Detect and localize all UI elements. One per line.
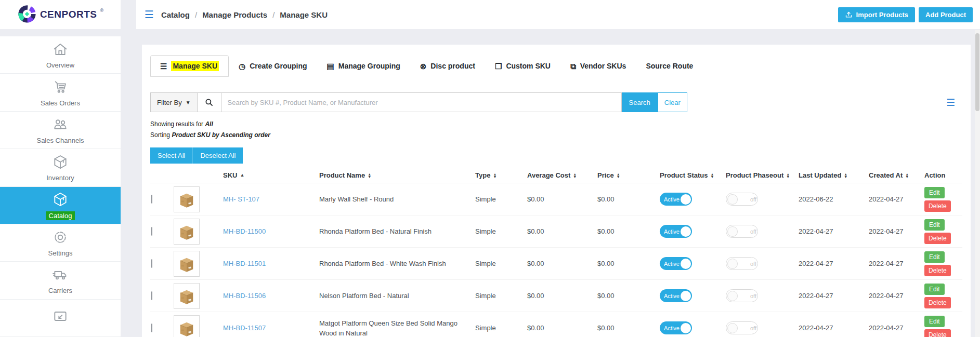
delete-button[interactable]: Delete [924, 329, 951, 337]
sku-link[interactable]: MH-BD-11507 [223, 324, 266, 332]
column-header-product-phaseout[interactable]: Product Phaseout ▲▼ [726, 171, 799, 179]
delete-button[interactable]: Delete [924, 265, 951, 276]
product-image[interactable] [174, 219, 200, 245]
sidebar-item-label: Carriers [48, 287, 72, 294]
edit-button[interactable]: Edit [924, 187, 945, 198]
column-header-average-cost[interactable]: Average Cost ▲▼ [527, 171, 597, 179]
product-status-toggle[interactable]: Active [660, 289, 692, 302]
sort-icon[interactable]: ▲▼ [617, 173, 620, 178]
edit-button[interactable]: Edit [924, 284, 945, 295]
add-product-button[interactable]: Add Product [919, 7, 973, 22]
sidebar-item-screen-arrow-icon[interactable] [0, 300, 121, 337]
journal-icon: ▤ [327, 62, 334, 70]
column-header-product-status[interactable]: Product Status ▲▼ [660, 171, 726, 179]
column-header-last-updated[interactable]: Last Updated ▲▼ [799, 171, 869, 179]
product-image[interactable] [174, 251, 200, 277]
table-row: MH- ST-107 Marly Wall Shelf - Round Simp… [150, 183, 962, 215]
clear-button[interactable]: Clear [658, 92, 687, 112]
sort-icon[interactable]: ▲▼ [573, 173, 577, 178]
product-phaseout-toggle[interactable]: off [726, 257, 758, 270]
toggle-label: Active [664, 261, 680, 267]
tab-manage-sku[interactable]: ☰Manage SKU [150, 55, 229, 77]
search-icon[interactable] [198, 92, 221, 112]
sort-icon[interactable]: ▲▼ [493, 173, 496, 178]
breadcrumb-catalog[interactable]: Catalog [161, 10, 190, 19]
sidebar-item-settings[interactable]: Settings [0, 224, 121, 262]
delete-button[interactable]: Delete [924, 200, 951, 212]
product-phaseout-toggle[interactable]: off [726, 193, 758, 206]
product-phaseout-toggle[interactable]: off [726, 289, 758, 302]
import-products-button[interactable]: Import Products [838, 7, 915, 22]
product-image[interactable] [174, 186, 200, 212]
delete-button[interactable]: Delete [924, 233, 951, 244]
sidebar-item-overview[interactable]: Overview [0, 36, 121, 74]
sort-icon[interactable]: ▲▼ [368, 173, 371, 178]
vertical-scrollbar[interactable] [975, 30, 980, 337]
tab-manage-grouping[interactable]: ▤Manage Grouping [317, 55, 410, 77]
product-image[interactable] [174, 283, 200, 309]
sku-link[interactable]: MH-BD-11500 [223, 227, 266, 235]
sidebar-item-carriers[interactable]: Carriers [0, 262, 121, 299]
tab-disc-product[interactable]: ⊗Disc product [410, 55, 485, 77]
toggle-label: off [750, 293, 756, 299]
column-header-price[interactable]: Price ▲▼ [597, 171, 660, 179]
table-row: MH-BD-11501 Rhonda Platform Bed - White … [150, 248, 962, 280]
column-label: Product Phaseout [726, 171, 783, 179]
sku-link[interactable]: MH-BD-11501 [223, 260, 266, 267]
screen-arrow-icon [51, 307, 69, 325]
column-header-sku[interactable]: SKU ▲ [223, 171, 319, 179]
sort-icon[interactable]: ▲▼ [710, 173, 714, 178]
tab-source-route[interactable]: Source Route [636, 55, 703, 77]
sidebar-item-label: Catalog [46, 211, 75, 220]
row-checkbox[interactable] [151, 323, 152, 332]
sidebar-item-label: Sales Orders [41, 99, 80, 107]
delete-button[interactable]: Delete [924, 297, 951, 308]
sort-icon[interactable]: ▲▼ [844, 173, 847, 178]
select-all-button[interactable]: Select All [150, 147, 192, 164]
filter-by-dropdown[interactable]: Filter By ▼ [150, 92, 198, 112]
last-updated-cell: 2022-04-27 [799, 324, 869, 332]
product-status-toggle[interactable]: Active [660, 321, 692, 334]
column-header-created-at[interactable]: Created At ▲▼ [869, 171, 924, 179]
product-phaseout-toggle[interactable]: off [726, 321, 758, 334]
toggle-knob [727, 226, 738, 237]
product-status-toggle[interactable]: Active [660, 225, 692, 238]
product-image[interactable] [174, 315, 200, 337]
sku-link[interactable]: MH-BD-11506 [223, 292, 266, 300]
search-button[interactable]: Search [622, 92, 658, 112]
average-cost-cell: $0.00 [527, 292, 597, 300]
list-view-icon[interactable]: ☰ [946, 97, 955, 109]
row-checkbox[interactable] [151, 291, 152, 300]
tab-create-grouping[interactable]: ◷Create Grouping [229, 55, 317, 77]
brand-name: CENPORTS [40, 9, 97, 20]
sidebar-item-inventory[interactable]: Inventory [0, 149, 121, 186]
product-status-toggle[interactable]: Active [660, 257, 692, 270]
edit-button[interactable]: Edit [924, 251, 945, 263]
sort-icon[interactable]: ▲▼ [905, 173, 909, 178]
edit-button[interactable]: Edit [924, 316, 945, 327]
column-header-product-name[interactable]: Product Name ▲▼ [319, 171, 475, 179]
product-status-toggle[interactable]: Active [660, 193, 692, 206]
sort-icon[interactable]: ▲ [240, 174, 244, 177]
product-phaseout-toggle[interactable]: off [726, 225, 758, 238]
row-checkbox[interactable] [151, 259, 152, 268]
search-input[interactable] [221, 92, 622, 112]
tab-vendor-skus[interactable]: ⧉Vendor SKUs [560, 55, 636, 77]
toggle-label: Active [664, 293, 680, 299]
column-header-type[interactable]: Type ▲▼ [475, 171, 527, 179]
edit-button[interactable]: Edit [924, 219, 945, 231]
sku-link[interactable]: MH- ST-107 [223, 195, 259, 203]
sidebar-item-sales-orders[interactable]: Sales Orders [0, 74, 121, 111]
sort-icon[interactable]: ▲▼ [786, 173, 790, 178]
column-label: Price [597, 171, 614, 179]
tab-custom-sku[interactable]: ❐Custom SKU [485, 55, 560, 77]
row-checkbox[interactable] [151, 195, 152, 204]
menu-hamburger-icon[interactable]: ☰ [145, 9, 154, 20]
scrollbar-thumb[interactable] [975, 33, 979, 111]
breadcrumb-manage-products[interactable]: Manage Products [202, 10, 267, 19]
sidebar-item-catalog[interactable]: Catalog [0, 187, 121, 224]
row-checkbox[interactable] [151, 227, 152, 236]
deselect-all-button[interactable]: Deselect All [192, 147, 243, 164]
sidebar-item-sales-channels[interactable]: Sales Channels [0, 112, 121, 149]
column-header-action[interactable]: Action [924, 171, 956, 179]
